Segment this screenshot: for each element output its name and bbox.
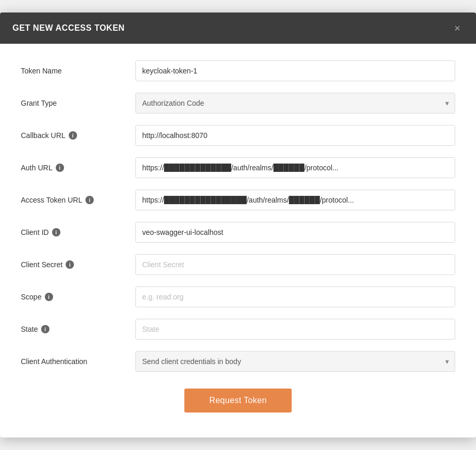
auth-url-input-wrapper: [135, 157, 455, 178]
token-name-row: Token Name: [21, 60, 455, 81]
callback-url-info-icon: i: [69, 131, 77, 140]
access-token-url-info-icon: i: [85, 196, 94, 204]
callback-url-row: Callback URL i: [21, 125, 455, 146]
client-secret-info-icon: i: [66, 260, 74, 269]
client-secret-row: Client Secret i: [21, 254, 455, 275]
callback-url-label: Callback URL i: [21, 131, 135, 140]
scope-input[interactable]: [135, 286, 455, 307]
state-input[interactable]: [135, 319, 455, 340]
token-name-label: Token Name: [21, 67, 135, 75]
client-id-label: Client ID i: [21, 228, 135, 236]
client-auth-select[interactable]: Send client credentials in body Send as …: [135, 351, 455, 372]
grant-type-select-wrapper: Authorization Code Implicit Password Cre…: [135, 93, 455, 114]
scope-row: Scope i: [21, 286, 455, 307]
grant-type-row: Grant Type Authorization Code Implicit P…: [21, 93, 455, 114]
client-id-info-icon: i: [52, 228, 60, 236]
modal-title: GET NEW ACCESS TOKEN: [12, 23, 124, 33]
modal-header: GET NEW ACCESS TOKEN ×: [0, 12, 476, 44]
access-token-url-input[interactable]: [135, 190, 455, 210]
grant-type-label: Grant Type: [21, 99, 135, 107]
access-token-url-input-wrapper: [135, 190, 455, 210]
access-token-url-row: Access Token URL i: [21, 190, 455, 210]
auth-url-row: Auth URL i: [21, 157, 455, 178]
client-auth-select-wrapper: Send client credentials in body Send as …: [135, 351, 455, 372]
token-name-input[interactable]: [135, 60, 455, 81]
modal-container: GET NEW ACCESS TOKEN × Token Name Grant …: [0, 12, 476, 438]
state-label: State i: [21, 325, 135, 333]
request-token-button[interactable]: Request Token: [184, 389, 292, 413]
client-secret-label: Client Secret i: [21, 260, 135, 269]
client-auth-label: Client Authentication: [21, 357, 135, 366]
modal-body: Token Name Grant Type Authorization Code…: [0, 44, 476, 438]
scope-label: Scope i: [21, 293, 135, 301]
client-id-row: Client ID i: [21, 222, 455, 243]
state-row: State i: [21, 319, 455, 340]
state-info-icon: i: [41, 325, 49, 333]
close-button[interactable]: ×: [451, 22, 464, 34]
auth-url-input[interactable]: [135, 157, 455, 178]
client-secret-input[interactable]: [135, 254, 455, 275]
client-auth-row: Client Authentication Send client creden…: [21, 351, 455, 372]
client-id-input[interactable]: [135, 222, 455, 243]
auth-url-info-icon: i: [56, 164, 64, 172]
auth-url-label: Auth URL i: [21, 164, 135, 172]
grant-type-select[interactable]: Authorization Code Implicit Password Cre…: [135, 93, 455, 114]
callback-url-input[interactable]: [135, 125, 455, 146]
scope-info-icon: i: [45, 293, 53, 301]
access-token-url-label: Access Token URL i: [21, 196, 135, 204]
